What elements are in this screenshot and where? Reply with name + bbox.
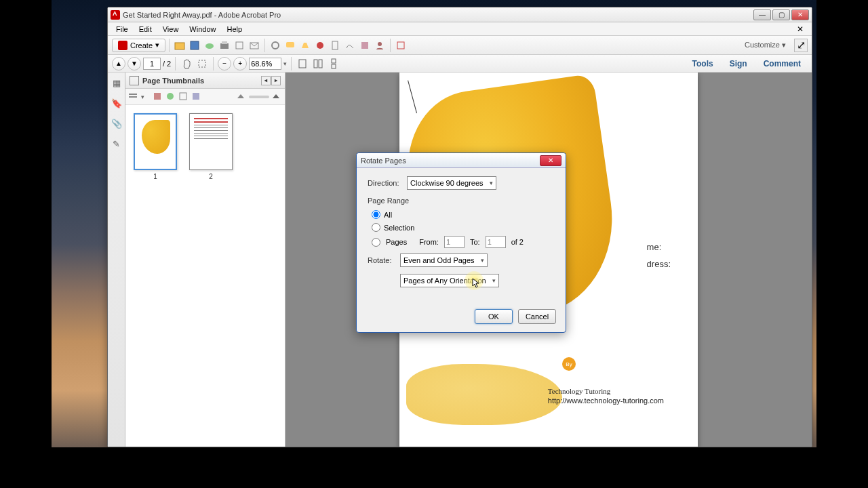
- sign-tab[interactable]: Sign: [723, 57, 754, 70]
- to-input[interactable]: [486, 236, 506, 248]
- user-icon[interactable]: [373, 39, 387, 52]
- scroll-icon[interactable]: [327, 57, 340, 70]
- chevron-down-icon: ▾: [155, 41, 159, 49]
- radio-all-label: All: [384, 211, 392, 219]
- print-icon[interactable]: [218, 39, 231, 52]
- radio-all[interactable]: [372, 210, 380, 219]
- panel-icon: [130, 76, 139, 85]
- svg-rect-3: [220, 43, 229, 49]
- svg-rect-20: [129, 94, 137, 95]
- fit-width-icon[interactable]: [296, 57, 309, 70]
- rotate-select[interactable]: Even and Odd Pages: [400, 253, 488, 267]
- cloud-icon[interactable]: [203, 39, 216, 52]
- orientation-select[interactable]: Pages of Any Orientation: [400, 274, 499, 287]
- tool2-icon[interactable]: [165, 92, 176, 102]
- prev-page-button[interactable]: ▲: [112, 57, 125, 70]
- options-icon[interactable]: [128, 92, 139, 102]
- svg-rect-22: [154, 93, 161, 100]
- thumbnails-icon[interactable]: ▦: [111, 77, 123, 89]
- thumbnail-1[interactable]: 1: [134, 113, 177, 180]
- sign-icon[interactable]: [343, 39, 357, 52]
- attach-icon[interactable]: [328, 39, 342, 52]
- svg-rect-13: [397, 42, 404, 49]
- comment-icon[interactable]: [283, 39, 297, 52]
- radio-selection[interactable]: [372, 223, 380, 232]
- to-label: To:: [470, 238, 480, 246]
- create-button[interactable]: Create ▾: [112, 39, 165, 52]
- svg-rect-15: [299, 60, 306, 68]
- of-label: of 2: [511, 238, 524, 246]
- close-button[interactable]: ✕: [791, 9, 809, 20]
- highlight-icon[interactable]: [298, 39, 312, 52]
- cancel-button[interactable]: Cancel: [518, 309, 556, 324]
- next-page-button[interactable]: ▼: [127, 57, 141, 70]
- zoom-in-button[interactable]: +: [233, 57, 247, 70]
- open-icon[interactable]: [173, 39, 186, 52]
- menu-window[interactable]: Window: [184, 24, 221, 35]
- svg-point-9: [317, 42, 323, 49]
- svg-rect-0: [175, 43, 184, 49]
- panel-next-icon[interactable]: ▸: [271, 76, 281, 85]
- stamp-icon[interactable]: [313, 39, 327, 52]
- customize-button[interactable]: Customize ▾: [741, 39, 790, 51]
- crop-icon[interactable]: [394, 39, 408, 52]
- menu-view[interactable]: View: [157, 24, 184, 35]
- tool-icon[interactable]: [358, 39, 372, 52]
- tool1-icon[interactable]: [153, 92, 163, 102]
- svg-rect-24: [180, 93, 186, 100]
- thumbnail-2[interactable]: 2: [189, 113, 233, 180]
- svg-rect-21: [129, 96, 137, 98]
- tool4-icon[interactable]: [191, 92, 202, 102]
- svg-rect-11: [361, 42, 368, 49]
- email-icon[interactable]: [248, 39, 261, 52]
- thumb-label: 2: [209, 173, 213, 180]
- menu-file[interactable]: File: [111, 24, 134, 35]
- page-input[interactable]: [143, 58, 161, 70]
- dropdown-icon[interactable]: ▾: [141, 94, 144, 100]
- dialog-close-button[interactable]: ✕: [540, 155, 561, 166]
- radio-selection-label: Selection: [384, 224, 414, 232]
- from-input[interactable]: [444, 236, 465, 248]
- page-sep: /: [163, 60, 165, 68]
- svg-rect-16: [314, 60, 317, 68]
- signature-icon[interactable]: ✎: [111, 138, 123, 150]
- share-icon[interactable]: [233, 39, 246, 52]
- main-toolbar: Create ▾ Customize ▾ ⤢: [108, 36, 812, 55]
- fit-page-icon[interactable]: [311, 57, 325, 70]
- hand-tool-icon[interactable]: [180, 57, 193, 70]
- minimize-button[interactable]: —: [753, 9, 771, 20]
- panel-prev-icon[interactable]: ◂: [261, 76, 271, 85]
- thumbnails-header: Page Thumbnails ◂ ▸: [125, 73, 285, 89]
- zoom-input[interactable]: [249, 58, 281, 70]
- zoom-out-button[interactable]: −: [218, 57, 231, 70]
- svg-rect-10: [332, 41, 338, 49]
- bookmark-icon[interactable]: 🔖: [111, 97, 123, 109]
- ok-button[interactable]: OK: [475, 309, 513, 324]
- zoom-sm-icon[interactable]: [236, 92, 247, 102]
- select-tool-icon[interactable]: [195, 57, 209, 70]
- tool3-icon[interactable]: [178, 92, 189, 102]
- dialog-titlebar[interactable]: Rotate Pages ✕: [357, 153, 566, 168]
- zoom-lg-icon[interactable]: [271, 92, 282, 102]
- zoom-slider[interactable]: [249, 96, 269, 98]
- radio-pages-label: Pages: [386, 238, 407, 246]
- maximize-button[interactable]: ▢: [772, 9, 790, 20]
- menu-help[interactable]: Help: [221, 24, 248, 35]
- svg-rect-19: [332, 64, 336, 68]
- svg-rect-8: [286, 42, 294, 47]
- radio-pages[interactable]: [372, 238, 380, 247]
- zoom-chevron-icon[interactable]: ▾: [283, 60, 287, 67]
- save-icon[interactable]: [188, 39, 201, 52]
- comment-tab[interactable]: Comment: [757, 57, 808, 70]
- tools-tab[interactable]: Tools: [686, 57, 720, 70]
- gear-icon[interactable]: [269, 39, 282, 52]
- dialog-title: Rotate Pages: [361, 157, 540, 165]
- direction-select[interactable]: Clockwise 90 degrees: [407, 176, 496, 190]
- attachment-icon[interactable]: 📎: [111, 117, 123, 129]
- expand-icon[interactable]: ⤢: [794, 39, 808, 52]
- footer-name: Technology Tutoring: [548, 387, 664, 395]
- menu-edit[interactable]: Edit: [134, 24, 157, 35]
- left-rail: ▦ 🔖 📎 ✎: [108, 73, 125, 447]
- menubar: File Edit View Window Help ✕: [108, 22, 812, 36]
- doc-close-icon[interactable]: ✕: [791, 23, 809, 35]
